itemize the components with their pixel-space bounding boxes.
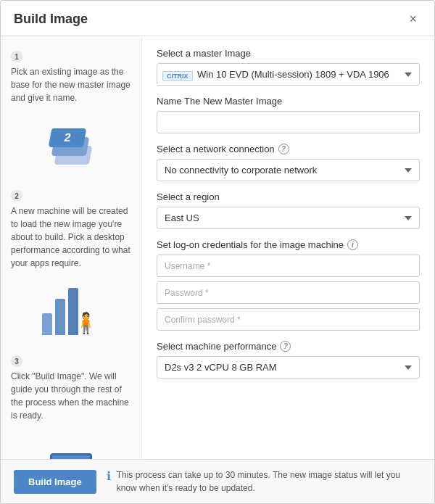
region-select[interactable]: East US [157,207,420,229]
modal-title: Build Image [14,12,88,27]
new-master-name-section: Name The New Master Image [157,96,420,133]
machine-performance-label: Select machine performance ? [157,341,420,352]
modal-footer: Build Image ℹ This process can take up t… [1,459,434,503]
region-section: Select a region East US [157,191,420,229]
username-input[interactable] [157,255,420,277]
step-1-number: 1 [11,51,22,62]
step-3-text: Click "Build Image". We will guide you t… [11,370,131,422]
new-master-name-label: Name The New Master Image [157,96,420,107]
step-1: 1 Pick an existing image as the base for… [11,51,131,170]
network-section: Select a network connection ? No connect… [157,144,420,181]
master-image-section: Select a master Image CITRIX Win 10 EVD … [157,48,420,86]
step-3: 3 Click "Build Image". We will guide you… [11,355,131,459]
step-3-number: 3 [11,355,22,367]
machine-performance-select[interactable]: D2s v3 2 vCPU 8 GB RAM [157,356,420,379]
build-image-modal: Build Image × 1 Pick an existing image a… [0,0,435,504]
credentials-label: Set log-on credentials for the image mac… [157,239,420,250]
credentials-group [157,255,420,331]
step-2-text: A new machine will be created to load th… [11,205,131,270]
region-label: Select a region [157,191,420,202]
footer-info: ℹ This process can take up to 30 minutes… [107,468,421,495]
confirm-password-input[interactable] [157,308,420,331]
network-select[interactable]: No connectivity to corporate network [157,159,420,181]
step-2-number: 2 [11,190,22,202]
step-2-illustration: 🧍 [11,277,131,335]
screen-icon: 🧍 [42,431,100,460]
network-label: Select a network connection ? [157,144,420,154]
person-icon: 🧍 [73,311,99,335]
step-2: 2 A new machine will be created to load … [11,190,131,335]
new-master-name-input[interactable] [157,111,420,133]
credentials-info-icon[interactable]: i [347,239,358,250]
master-image-label: Select a master Image [157,48,420,59]
form-panel: Select a master Image CITRIX Win 10 EVD … [142,36,434,459]
master-image-select-wrapper: CITRIX Win 10 EVD (Multi-session) 1809 +… [157,63,420,86]
close-button[interactable]: × [405,11,421,27]
network-info-icon[interactable]: ? [278,144,289,154]
machine-performance-section: Select machine performance ? D2s v3 2 vC… [157,341,420,379]
bars-chart-icon: 🧍 [42,277,100,335]
steps-panel: 1 Pick an existing image as the base for… [1,36,142,459]
step-1-text: Pick an existing image as the base for t… [11,65,131,104]
footer-info-icon: ℹ [107,469,111,483]
master-image-select[interactable]: Win 10 EVD (Multi-session) 1809 + VDA 19… [157,63,420,86]
credentials-section: Set log-on credentials for the image mac… [157,239,420,331]
step-3-illustration: 🧍 [11,429,131,459]
modal-header: Build Image × [1,1,434,36]
password-input[interactable] [157,281,420,304]
build-image-button[interactable]: Build Image [14,470,96,494]
layers-icon: 2 [46,115,96,166]
modal-body: 1 Pick an existing image as the base for… [1,36,434,459]
machine-performance-info-icon[interactable]: ? [280,341,291,352]
footer-info-text: This process can take up to 30 minutes. … [117,468,421,495]
step-1-illustration: 2 [11,112,131,170]
